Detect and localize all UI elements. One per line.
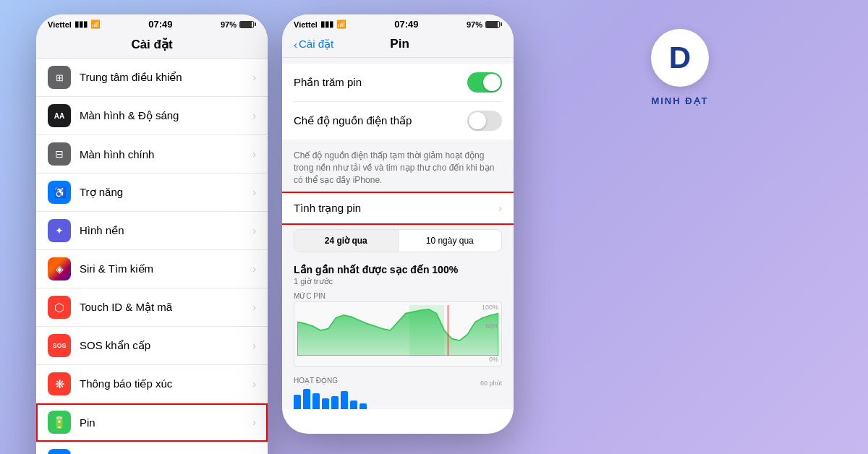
hinh-nen-label: Hình nền <box>80 224 252 237</box>
battery-chart-svg <box>297 305 498 356</box>
chart-y-0: 0% <box>489 356 498 363</box>
phan-tram-pin-row[interactable]: Phần trăm pin <box>294 64 502 102</box>
battery-chart: 100% 50% 0% <box>294 301 502 367</box>
chevron-icon-6: › <box>252 301 256 313</box>
thong-bao-icon: ❋ <box>48 372 71 395</box>
settings-item-pin[interactable]: 🔋 Pin › <box>36 403 268 442</box>
tab-10days[interactable]: 10 ngày qua <box>399 230 502 252</box>
hoat-dong-label: HOẠT ĐỘNG <box>294 377 338 385</box>
settings-item-quyen-rieng-tu[interactable]: ✋ Quyền riêng tư › <box>36 442 268 454</box>
chevron-icon-1: › <box>252 110 256 121</box>
settings-item-touch-id[interactable]: ⬡ Touch ID & Mật mã › <box>36 288 268 327</box>
chart-y-100: 100% <box>482 304 498 311</box>
battery-icon-right <box>485 21 502 28</box>
pin-toggles-section: Phần trăm pin Chế độ nguồn điện thấp <box>282 64 514 140</box>
logo-letter: D <box>669 40 691 75</box>
chevron-icon-2: › <box>252 148 256 160</box>
act-bar-8 <box>359 403 367 409</box>
settings-item-trung-tam[interactable]: ⊞ Trung tâm điều khiển › <box>36 59 268 97</box>
tinh-trang-chevron-icon: › <box>498 202 502 214</box>
left-nav-title: Cài đặt <box>131 38 172 51</box>
time-right: 07:49 <box>394 19 418 30</box>
che-do-label: Chế độ nguồn điện thấp <box>294 114 467 127</box>
left-phone: Viettel ▮▮▮ 📶 07:49 97% Cài đặt ⊞ <box>36 14 268 454</box>
settings-item-thong-bao[interactable]: ❋ Thông báo tiếp xúc › <box>36 365 268 403</box>
logo-section: D MINH ĐẠT <box>528 14 832 121</box>
logo-circle: D <box>651 29 709 87</box>
signal-icon-right: ▮▮▮ <box>320 20 333 29</box>
sos-icon: SOS <box>48 334 71 357</box>
wifi-icon: 📶 <box>90 20 101 29</box>
touch-id-icon: ⬡ <box>48 296 71 319</box>
activity-bars <box>294 387 502 409</box>
chart-y-50: 50% <box>485 322 498 330</box>
settings-item-hinh-nen[interactable]: ✦ Hình nền › <box>36 212 268 250</box>
status-left-right: Viettel ▮▮▮ 📶 <box>294 20 346 29</box>
left-status-bar: Viettel ▮▮▮ 📶 07:49 97% <box>36 14 268 33</box>
man-hinh-do-sang-label: Màn hình & Độ sáng <box>80 109 252 122</box>
che-do-toggle[interactable] <box>467 111 502 131</box>
svg-rect-3 <box>409 305 444 356</box>
trung-tam-label: Trung tâm điều khiển <box>80 71 252 84</box>
che-do-desc: Chế độ nguồn điện thấp tạm thời giảm hoạ… <box>282 145 514 193</box>
tro-nang-icon: ♿ <box>48 181 71 204</box>
hoat-dong-right: 60 phút <box>480 380 502 387</box>
back-chevron-icon: ‹ <box>294 38 297 51</box>
chevron-icon-3: › <box>252 187 256 198</box>
settings-list: ⊞ Trung tâm điều khiển › AA Màn hình & Đ… <box>36 59 268 454</box>
tab-24h[interactable]: 24 giờ qua <box>294 230 399 252</box>
right-phone: Viettel ▮▮▮ 📶 07:49 97% ‹ Cài đặt Pin <box>282 14 514 434</box>
status-left: Viettel ▮▮▮ 📶 <box>48 20 101 29</box>
trung-tam-icon: ⊞ <box>48 66 71 89</box>
chart-heading: Lần gần nhất được sạc đến 100% <box>294 264 502 275</box>
siri-icon: ◈ <box>48 257 71 280</box>
logo-name: MINH ĐẠT <box>651 95 708 106</box>
man-hinh-chinh-icon: ⊟ <box>48 142 71 166</box>
phan-tram-toggle[interactable] <box>467 72 502 93</box>
right-nav-title: Pin <box>333 37 466 51</box>
battery-icon-left <box>239 21 256 28</box>
act-bar-6 <box>341 391 348 409</box>
siri-label: Siri & Tìm kiếm <box>80 262 252 275</box>
act-bar-4 <box>322 398 329 409</box>
nav-back-button[interactable]: ‹ Cài đặt <box>294 38 333 51</box>
chevron-icon-8: › <box>252 378 256 390</box>
status-right-right: 97% <box>467 20 502 29</box>
tinh-trang-row[interactable]: Tình trạng pin › <box>282 193 514 223</box>
chevron-icon-9: › <box>252 416 256 428</box>
man-hinh-do-sang-icon: AA <box>48 104 71 127</box>
tinh-trang-label: Tình trạng pin <box>294 202 498 215</box>
settings-item-man-hinh-chinh[interactable]: ⊟ Màn hình chính › <box>36 135 268 174</box>
battery-left: 97% <box>221 20 237 29</box>
touch-id-label: Touch ID & Mật mã <box>80 301 252 314</box>
pin-icon: 🔋 <box>48 411 71 434</box>
chart-section: Lần gần nhất được sạc đến 100% 1 giờ trư… <box>282 258 514 374</box>
settings-item-sos[interactable]: SOS SOS khẩn cấp › <box>36 327 268 365</box>
tro-nang-label: Trợ năng <box>80 186 252 199</box>
settings-item-tro-nang[interactable]: ♿ Trợ năng › <box>36 174 268 212</box>
right-status-bar: Viettel ▮▮▮ 📶 07:49 97% <box>282 14 514 33</box>
signal-icon: ▮▮▮ <box>75 20 88 29</box>
wifi-icon-right: 📶 <box>336 20 346 29</box>
pin-label: Pin <box>80 416 252 429</box>
activity-section: HOẠT ĐỘNG 60 phút <box>282 374 514 409</box>
battery-right: 97% <box>467 20 482 29</box>
che-do-row[interactable]: Chế độ nguồn điện thấp <box>294 102 502 140</box>
chart-sub: 1 giờ trước <box>294 277 502 286</box>
chevron-icon-7: › <box>252 340 256 351</box>
status-right: 97% <box>221 20 256 29</box>
settings-item-man-hinh-do-sang[interactable]: AA Màn hình & Độ sáng › <box>36 97 268 135</box>
thong-bao-label: Thông báo tiếp xúc <box>80 377 252 390</box>
act-bar-1 <box>294 395 301 409</box>
time-left: 07:49 <box>148 19 172 30</box>
act-bar-7 <box>350 401 357 409</box>
right-nav-bar: ‹ Cài đặt Pin <box>282 33 514 58</box>
carrier-left: Viettel <box>48 20 72 29</box>
settings-item-siri[interactable]: ◈ Siri & Tìm kiếm › <box>36 250 268 288</box>
left-nav-bar: Cài đặt <box>36 33 268 59</box>
act-bar-5 <box>331 396 339 409</box>
act-bar-2 <box>303 389 310 409</box>
time-tabs: 24 giờ qua 10 ngày qua <box>294 229 502 252</box>
carrier-right: Viettel <box>294 20 318 29</box>
chevron-icon-0: › <box>252 72 256 83</box>
